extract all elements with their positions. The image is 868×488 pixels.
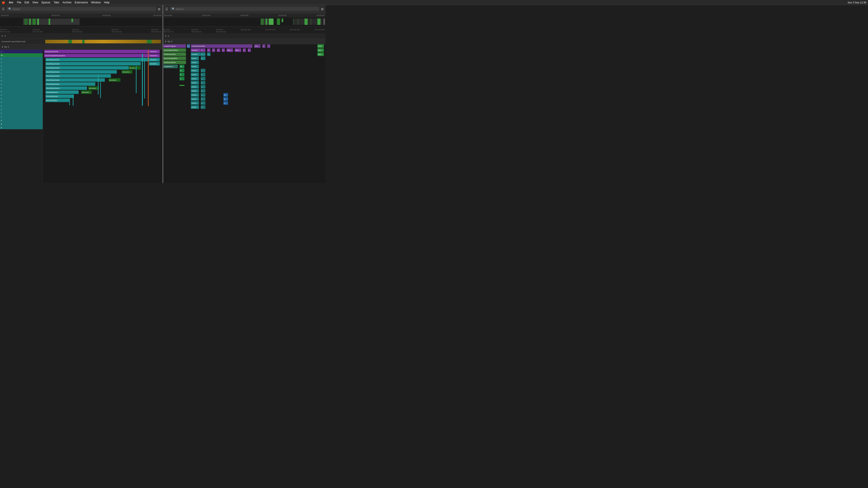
rf-findSourceFile[interactable]: findSourceFile: [163, 53, 186, 56]
right-list-icon[interactable]: ≡: [168, 35, 169, 37]
rf-fin3[interactable]: fi...: [180, 73, 184, 76]
left-list-icon[interactable]: ≡: [4, 35, 6, 37]
rf-che11[interactable]: che...: [201, 97, 206, 101]
rf-processTypeRef[interactable]: processTypeRef...: [163, 57, 186, 60]
rf-che3[interactable]: che...: [201, 57, 206, 60]
flame-checkExpr-1[interactable]: checkExpression: [45, 58, 153, 61]
menu-window[interactable]: Window: [91, 1, 101, 4]
rf-checkExpres1[interactable]: checkExpres...: [191, 53, 200, 56]
flame-checkExpr-7[interactable]: checkExpression: [45, 82, 96, 86]
left-close-icon[interactable]: ✕: [1, 35, 3, 37]
app-name[interactable]: Arc: [9, 1, 13, 4]
rf-checkExpr10[interactable]: checkExpr...: [191, 89, 199, 93]
right-search-input[interactable]: [176, 8, 318, 10]
rf-che2[interactable]: che...: [207, 53, 210, 56]
rf-che10[interactable]: che...: [201, 93, 206, 97]
rf-checkExpr14[interactable]: checkExpr...: [191, 105, 199, 109]
rf-che9[interactable]: che...: [201, 89, 206, 93]
left-flame-area[interactable]: p... fin_ c c c c c c c c c c c c: [0, 50, 162, 183]
rf-che8[interactable]: che...: [201, 85, 206, 89]
rf-checkExpres3[interactable]: checkExpres...: [191, 61, 199, 64]
rf-s2[interactable]: s...: [223, 101, 228, 105]
left-minimap[interactable]: [0, 18, 162, 27]
left-async-track[interactable]: Unnamed AsyncSliceTrack: [0, 39, 162, 44]
flame-checkExpr-8[interactable]: checkExpression: [45, 86, 87, 90]
rf-createProgram[interactable]: createProgram: [163, 44, 186, 48]
rf-checkSourceFile-main[interactable]: checkSourceFile: [191, 44, 252, 48]
rf-check2[interactable]: check...: [235, 48, 241, 52]
rf-checkExpr11[interactable]: checkExpr...: [191, 93, 199, 97]
rf-check-c[interactable]: check...: [254, 44, 260, 48]
rf-che6[interactable]: che...: [201, 77, 206, 80]
right-minimap[interactable]: [163, 18, 326, 27]
rf-checkExpr13[interactable]: checkExpr...: [191, 101, 199, 105]
rf-checkExpre8[interactable]: checkExpre...: [191, 81, 199, 85]
left-flame-content[interactable]: checkSourceFile checkSourceF... checkVar…: [43, 50, 162, 183]
right-hamburger-icon[interactable]: ☰: [165, 7, 168, 11]
menu-extensions[interactable]: Extensions: [74, 1, 88, 4]
left-panel-close[interactable]: ⊠: [158, 7, 160, 11]
rf-checkExpres2[interactable]: checkExpres...: [191, 57, 199, 60]
menu-file[interactable]: File: [17, 1, 21, 4]
rf-checkVariab[interactable]: checkVariab...: [191, 48, 200, 52]
rf-checkExpr9[interactable]: checkExpr...: [191, 85, 199, 89]
rf-emit[interactable]: emit: [317, 44, 324, 48]
rf-che12[interactable]: che...: [201, 101, 206, 105]
flame-struct-3[interactable]: structure...: [108, 78, 121, 82]
rf-che4[interactable]: che...: [201, 69, 206, 72]
rf-findSourceFile2[interactable]: findSourceFile: [163, 61, 186, 64]
rf-c1[interactable]: c: [262, 44, 266, 48]
right-tsc-header[interactable]: ▼ tsc 1: [163, 39, 326, 44]
flame-struct-4[interactable]: structure...: [88, 86, 99, 90]
rf-che13[interactable]: che...: [201, 105, 206, 109]
left-tsc-header[interactable]: ▼ tsc 1: [0, 44, 162, 50]
flame-checkSourceFile-1[interactable]: checkSourceFile: [44, 50, 158, 53]
flame-checkExpre-2[interactable]: checkExpre...: [149, 62, 160, 66]
right-flame-area[interactable]: createProgram bi... checkSourceFile chec…: [163, 44, 326, 183]
rf-chec1[interactable]: chec...: [201, 48, 206, 52]
rf-che7[interactable]: che...: [201, 81, 206, 85]
rf-checkExpres6[interactable]: checkExpres...: [191, 73, 199, 76]
rf-checkExpres7[interactable]: checkExpres...: [191, 77, 199, 80]
rf-f1[interactable]: f...: [180, 77, 184, 80]
right-panel-close[interactable]: ⊠: [321, 7, 324, 11]
flame-checkExpri-1[interactable]: checkExpressi...: [45, 90, 79, 94]
left-search-box[interactable]: 🔍: [6, 7, 156, 11]
flame-checkExpr-6[interactable]: checkExpression: [45, 78, 105, 82]
flame-checkVaria[interactable]: checkVaria...: [149, 54, 160, 57]
flame-checkExpr-2[interactable]: checkExpression: [45, 62, 141, 66]
rf-c4[interactable]: c: [248, 48, 251, 52]
left-hamburger-icon[interactable]: ☰: [2, 7, 5, 11]
rf-ch3[interactable]: ch...: [222, 48, 225, 52]
flame-structuredTyp[interactable]: structuredTyp...: [45, 98, 69, 102]
left-search-input[interactable]: [12, 8, 154, 10]
rf-che1[interactable]: che...: [207, 48, 210, 52]
rf-che5[interactable]: che...: [201, 73, 206, 76]
rf-c3[interactable]: c: [243, 48, 246, 52]
rf-transform[interactable]: transform...: [317, 53, 324, 56]
rf-createSour[interactable]: createSour...: [163, 65, 178, 68]
flame-struct-2[interactable]: structure...: [122, 70, 132, 74]
menu-view[interactable]: View: [32, 1, 38, 4]
flame-checkExpre-1[interactable]: checkExpre...: [149, 58, 160, 61]
rf-checkExpres4[interactable]: checkExpres...: [191, 65, 199, 68]
flame-checkVarDecl[interactable]: checkVariableDeclaration: [44, 54, 156, 57]
flame-checkExpr-3[interactable]: checkExpression: [45, 66, 129, 70]
flame-struct-5[interactable]: structured...: [81, 90, 92, 94]
rf-st1[interactable]: st...: [223, 93, 228, 97]
rf-chec2[interactable]: chec...: [226, 48, 233, 52]
flame-checkExpri-2[interactable]: checkExpressi...: [45, 94, 74, 98]
right-flame-content[interactable]: createProgram bi... checkSourceFile chec…: [163, 44, 326, 183]
flame-checkSourceFile-2[interactable]: checkSourceF...: [149, 50, 160, 53]
flame-struct-1[interactable]: structu...: [129, 66, 141, 70]
menu-tabs[interactable]: Tabs: [54, 1, 59, 4]
rf-chec3[interactable]: chec...: [201, 53, 206, 56]
flame-checkExpr-5[interactable]: checkExpression: [45, 74, 111, 78]
apple-menu[interactable]: 🍎: [2, 1, 5, 4]
rf-emitDecla[interactable]: emitDecla...: [317, 48, 324, 52]
menu-edit[interactable]: Edit: [24, 1, 29, 4]
menu-help[interactable]: Help: [104, 1, 110, 4]
rf-c2[interactable]: c: [267, 44, 270, 48]
rf-bi[interactable]: bi...: [187, 44, 190, 48]
rf-ch1[interactable]: ch...: [212, 48, 215, 52]
